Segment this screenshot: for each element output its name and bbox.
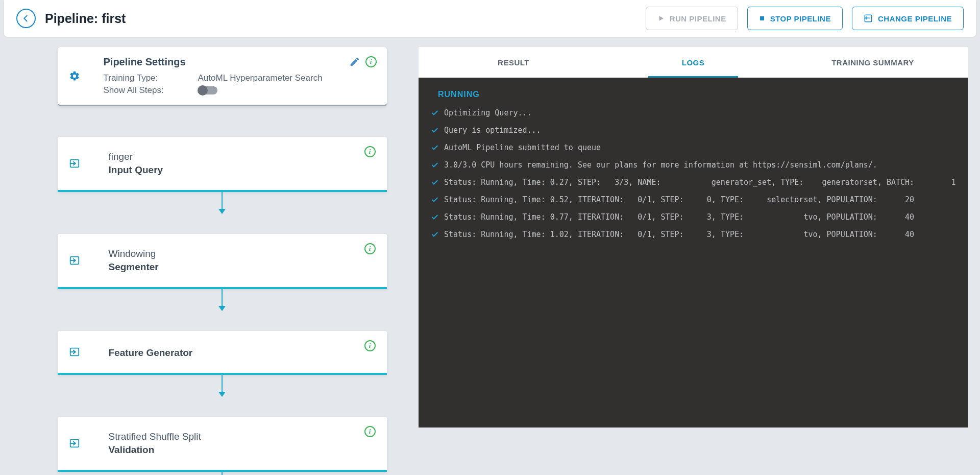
info-icon[interactable]: i — [364, 340, 376, 351]
training-type-label: Training Type: — [104, 73, 198, 83]
header-bar: Pipeline: first RUN PIPELINE STOP PIPELI… — [4, 0, 976, 37]
log-line: Status: Running, Time: 1.02, ITERATION: … — [431, 230, 963, 239]
tabs-bar: RESULT LOGS TRAINING SUMMARY — [419, 47, 968, 78]
log-text: 3.0/3.0 CPU hours remaining. See our pla… — [444, 160, 877, 170]
step-name: Stratified Shuffle Split — [109, 431, 376, 442]
log-text: Optimizing Query... — [444, 108, 532, 117]
page-title: Pipeline: first — [45, 11, 126, 26]
log-line: AutoML Pipeline submitted to queue — [431, 143, 963, 152]
logs-column: RESULT LOGS TRAINING SUMMARY RUNNING Opt… — [419, 47, 975, 475]
info-icon[interactable]: i — [364, 426, 376, 437]
step-type: Input Query — [109, 164, 376, 176]
run-pipeline-label: RUN PIPELINE — [670, 14, 726, 23]
log-line: Status: Running, Time: 0.77, ITERATION: … — [431, 212, 963, 222]
terminal-status: RUNNING — [438, 90, 963, 99]
step-type: Validation — [109, 444, 376, 456]
pipeline-settings-card[interactable]: i Pipeline Settings Training Type: AutoM… — [58, 47, 387, 106]
import-icon — [69, 158, 80, 169]
change-pipeline-button[interactable]: CHANGE PIPELINE — [852, 7, 964, 30]
log-text: AutoML Pipeline submitted to queue — [444, 143, 601, 152]
step-type: Feature Generator — [109, 347, 376, 359]
import-icon — [69, 438, 80, 449]
check-icon — [431, 196, 439, 204]
check-icon — [431, 230, 439, 239]
import-icon — [69, 346, 80, 358]
log-text: Status: Running, Time: 0.52, ITERATION: … — [444, 195, 914, 204]
info-icon[interactable]: i — [364, 243, 376, 254]
settings-title: Pipeline Settings — [104, 56, 376, 68]
stop-icon — [759, 15, 765, 21]
check-icon — [431, 213, 439, 221]
flow-arrow-icon — [222, 472, 223, 475]
step-name: Windowing — [109, 248, 376, 259]
edit-icon[interactable] — [349, 56, 360, 67]
svg-rect-0 — [760, 16, 764, 20]
check-icon — [431, 126, 439, 134]
step-type: Segmenter — [109, 262, 376, 273]
check-icon — [431, 109, 439, 117]
stop-pipeline-button[interactable]: STOP PIPELINE — [747, 7, 843, 30]
training-type-value: AutoML Hyperparameter Search — [198, 73, 323, 83]
arrow-left-icon — [21, 14, 31, 23]
import-icon — [69, 255, 80, 266]
flow-arrow-icon — [222, 375, 223, 396]
swap-icon — [864, 14, 873, 23]
log-line: Query is optimized... — [431, 126, 963, 135]
pipeline-flow: ifingerInput QueryiWindowingSegmenteriFe… — [58, 106, 387, 475]
log-line: Optimizing Query... — [431, 108, 963, 117]
log-line: Status: Running, Time: 0.27, STEP: 3/3, … — [431, 178, 963, 187]
main-area: i Pipeline Settings Training Type: AutoM… — [0, 37, 980, 475]
tab-training-summary[interactable]: TRAINING SUMMARY — [783, 47, 963, 78]
show-all-steps-label: Show All Steps: — [104, 85, 198, 96]
gear-icon — [69, 70, 80, 82]
check-icon — [431, 178, 439, 186]
check-icon — [431, 161, 439, 169]
pipeline-step-card[interactable]: iStratified Shuffle SplitValidation — [58, 417, 387, 472]
log-line: Status: Running, Time: 0.52, ITERATION: … — [431, 195, 963, 204]
tab-result[interactable]: RESULT — [424, 47, 603, 78]
log-text: Query is optimized... — [444, 126, 541, 135]
log-line: 3.0/3.0 CPU hours remaining. See our pla… — [431, 160, 963, 170]
pipeline-column: i Pipeline Settings Training Type: AutoM… — [5, 47, 403, 475]
logs-terminal[interactable]: RUNNING Optimizing Query...Query is opti… — [419, 78, 968, 428]
header-actions: RUN PIPELINE STOP PIPELINE CHANGE PIPELI… — [646, 7, 964, 30]
stop-pipeline-label: STOP PIPELINE — [770, 14, 831, 23]
change-pipeline-label: CHANGE PIPELINE — [878, 14, 952, 23]
log-text: Status: Running, Time: 1.02, ITERATION: … — [444, 230, 914, 239]
back-button[interactable] — [16, 9, 36, 28]
pipeline-step-card[interactable]: iFeature Generator — [58, 331, 387, 375]
run-pipeline-button: RUN PIPELINE — [646, 7, 738, 30]
log-text: Status: Running, Time: 0.27, STEP: 3/3, … — [444, 178, 955, 187]
step-name: finger — [109, 151, 376, 162]
flow-arrow-icon — [222, 289, 223, 311]
pipeline-step-card[interactable]: iWindowingSegmenter — [58, 234, 387, 289]
play-icon — [657, 15, 665, 22]
info-icon[interactable]: i — [364, 146, 376, 157]
flow-arrow-icon — [222, 192, 223, 213]
log-text: Status: Running, Time: 0.77, ITERATION: … — [444, 212, 914, 222]
info-icon[interactable]: i — [365, 56, 377, 67]
pipeline-step-card[interactable]: ifingerInput Query — [58, 137, 387, 192]
tab-logs[interactable]: LOGS — [603, 47, 783, 78]
check-icon — [431, 144, 439, 152]
show-all-steps-toggle[interactable] — [198, 86, 217, 94]
